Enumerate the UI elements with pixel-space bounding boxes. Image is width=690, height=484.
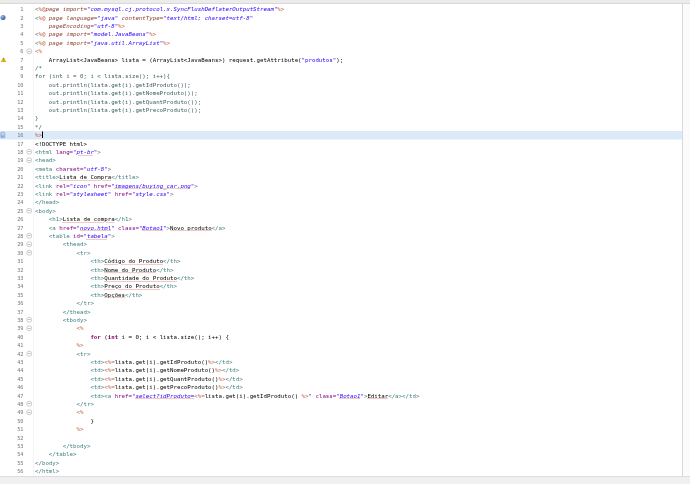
code-line-26[interactable]: 26 <h1>Lista de compra</h1> [0, 215, 682, 223]
code-line-18[interactable]: 18<html lang="pt-br"> [0, 148, 682, 156]
collapse-icon[interactable] [26, 410, 32, 416]
overview-ruler[interactable] [682, 4, 690, 476]
code-line-44[interactable]: 44 <td><%=lista.get(i).getNomeProduto()%… [0, 366, 682, 374]
code-line-29[interactable]: 29 <thead> [0, 240, 682, 248]
code-line-37[interactable]: 37 </thead> [0, 307, 682, 315]
code-line-31[interactable]: 31 <th>Código do Produto</th> [0, 257, 682, 265]
gutter-annotation [0, 173, 11, 181]
code-text: <th>Preço do Produto</th> [34, 282, 683, 290]
code-line-45[interactable]: 45 <td><%=lista.get(i).getQuantProduto()… [0, 375, 682, 383]
code-line-49[interactable]: 49 <% [0, 408, 682, 416]
code-text: <!DOCTYPE html> [34, 139, 683, 147]
code-line-19[interactable]: 19<head> [0, 156, 682, 164]
code-line-38[interactable]: 38 <tbody> [0, 316, 682, 324]
code-line-13[interactable]: 13 out.println(lista.get(i).getPrecoProd… [0, 106, 682, 114]
code-line-41[interactable]: 41 %> [0, 341, 682, 349]
code-text: <tr> [34, 349, 683, 357]
code-text: pageEncoding="utf-8"%> [34, 22, 683, 30]
code-text: <% [34, 408, 683, 416]
line-number: 17 [11, 139, 26, 147]
code-line-36[interactable]: 36 </tr> [0, 299, 682, 307]
collapse-icon[interactable] [26, 351, 32, 357]
code-line-10[interactable]: 10 out.println(lista.get(i).getIdProduto… [0, 81, 682, 89]
collapse-icon[interactable] [26, 326, 32, 332]
code-text: </thead> [34, 307, 683, 315]
code-text: <td><a href="select?idProduto=<%=lista.g… [34, 391, 683, 399]
code-line-55[interactable]: 55</body> [0, 459, 682, 467]
code-line-32[interactable]: 32 <th>Nome do Produto</th> [0, 265, 682, 273]
code-line-27[interactable]: 27 <a href="novo.html" class="Botao1">No… [0, 223, 682, 231]
code-line-6[interactable]: 6<% [0, 47, 682, 55]
code-line-22[interactable]: 22<link rel="icon" href="imagens/buying_… [0, 181, 682, 189]
gutter-annotation [0, 265, 11, 273]
line-number: 20 [11, 165, 26, 173]
code-line-46[interactable]: 46 <td><%=lista.get(i).getPrecoProduto()… [0, 383, 682, 391]
code-line-23[interactable]: 23<link rel="stylesheet" href="style.css… [0, 190, 682, 198]
code-line-43[interactable]: 43 <td><%=lista.get(i).getIdProduto()%><… [0, 358, 682, 366]
code-line-9[interactable]: 9for (int i = 0; i < lista.size(); i++){ [0, 72, 682, 80]
code-line-53[interactable]: 53 </tbody> [0, 442, 682, 450]
code-line-1[interactable]: 1<%@page import="com.mysql.cj.protocol.x… [0, 5, 682, 13]
code-line-20[interactable]: 20<meta charset="utf-8"> [0, 165, 682, 173]
code-text: <a href="novo.html" class="Botao1">Novo … [34, 223, 683, 231]
collapse-icon[interactable] [26, 233, 32, 239]
code-line-52[interactable]: 52 [0, 433, 682, 441]
code-line-21[interactable]: 21<title>Lista de Compra</title> [0, 173, 682, 181]
code-line-16[interactable]: 16%> [0, 131, 682, 139]
gutter-annotation [0, 47, 11, 55]
code-line-34[interactable]: 34 <th>Preço do Produto</th> [0, 282, 682, 290]
code-text: <body> [34, 207, 683, 215]
gutter-annotation [0, 156, 11, 164]
code-line-35[interactable]: 35 <th>Opções</th> [0, 291, 682, 299]
code-line-7[interactable]: 7 ArrayList<JavaBeans> lista = (ArrayLis… [0, 55, 682, 63]
gutter-annotation [0, 425, 11, 433]
code-line-48[interactable]: 48 </tr> [0, 400, 682, 408]
code-line-42[interactable]: 42 <tr> [0, 349, 682, 357]
code-line-28[interactable]: 28 <table id="tabela"> [0, 232, 682, 240]
code-line-2[interactable]: 2<%@ page language="java" contentType="t… [0, 13, 682, 21]
line-number: 10 [11, 81, 26, 89]
line-number: 39 [11, 324, 26, 332]
code-line-4[interactable]: 4<%@ page import="model.JavaBeans"%> [0, 30, 682, 38]
code-line-8[interactable]: 8/* [0, 64, 682, 72]
collapse-icon[interactable] [26, 242, 32, 248]
code-line-50[interactable]: 50 } [0, 417, 682, 425]
line-number: 26 [11, 215, 26, 223]
code-line-17[interactable]: 17<!DOCTYPE html> [0, 139, 682, 147]
code-line-11[interactable]: 11 out.println(lista.get(i).getNomeProdu… [0, 89, 682, 97]
line-number: 38 [11, 316, 26, 324]
fold-column [25, 341, 34, 349]
code-line-14[interactable]: 14} [0, 114, 682, 122]
gutter-annotation [0, 417, 11, 425]
collapse-icon[interactable] [26, 158, 32, 164]
code-line-54[interactable]: 54 </table> [0, 450, 682, 458]
collapse-icon[interactable] [26, 250, 32, 256]
warning-icon [1, 57, 7, 62]
code-line-24[interactable]: 24</head> [0, 198, 682, 206]
code-line-12[interactable]: 12 out.println(lista.get(i).getQuantProd… [0, 97, 682, 105]
collapse-icon[interactable] [26, 208, 32, 214]
code-line-33[interactable]: 33 <th>Quantidade do Produto</th> [0, 274, 682, 282]
line-number: 19 [11, 156, 26, 164]
code-line-5[interactable]: 5<%@ page import="java.util.ArrayList"%> [0, 39, 682, 47]
code-line-25[interactable]: 25<body> [0, 207, 682, 215]
code-line-15[interactable]: 15*/ [0, 123, 682, 131]
collapse-icon[interactable] [26, 401, 32, 407]
code-line-47[interactable]: 47 <td><a href="select?idProduto=<%=list… [0, 391, 682, 399]
gutter-annotation [0, 215, 11, 223]
code-line-39[interactable]: 39 <% [0, 324, 682, 332]
code-line-30[interactable]: 30 <tr> [0, 249, 682, 257]
code-text: <th>Opções</th> [34, 291, 683, 299]
code-area[interactable]: 1<%@page import="com.mysql.cj.protocol.x… [0, 5, 682, 475]
line-number: 36 [11, 299, 26, 307]
code-text: <th>Código do Produto</th> [34, 257, 683, 265]
code-line-51[interactable]: 51 %> [0, 425, 682, 433]
collapse-icon[interactable] [26, 48, 32, 54]
code-line-40[interactable]: 40 for (int i = 0; i < lista.size(); i++… [0, 333, 682, 341]
code-line-3[interactable]: 3 pageEncoding="utf-8"%> [0, 22, 682, 30]
code-line-56[interactable]: 56</html> [0, 467, 682, 475]
collapse-icon[interactable] [26, 149, 32, 155]
gutter-annotation [0, 249, 11, 257]
gutter-annotation [0, 190, 11, 198]
collapse-icon[interactable] [26, 317, 32, 323]
